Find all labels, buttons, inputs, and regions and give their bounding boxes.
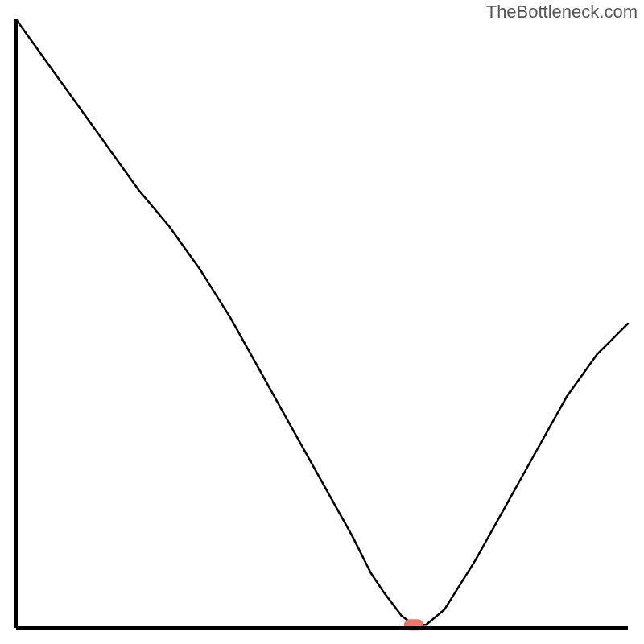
chart-container: TheBottleneck.com xyxy=(0,0,644,644)
plot-background xyxy=(16,19,628,628)
watermark-text: TheBottleneck.com xyxy=(486,2,638,23)
bottleneck-chart xyxy=(0,0,644,644)
